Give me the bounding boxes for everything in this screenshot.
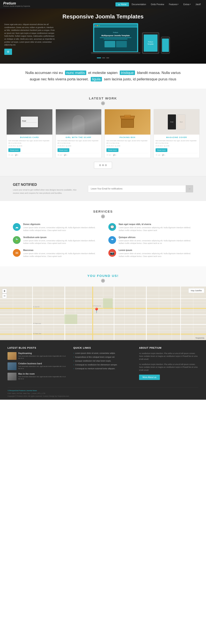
footer-blog-posts: LATEST BLOG POSTS Daydreaming Sed venena… <box>8 346 67 383</box>
hero-section: Responsive Joomla Templates Donec eget a… <box>0 8 206 64</box>
work-card-image-business-card: Front <box>7 109 52 134</box>
service-icon-cloud: ☁ <box>13 223 21 231</box>
quick-link-3[interactable]: › Consequat eu vestibulum leo elementum … <box>73 364 133 366</box>
features-arrow-icon: ▾ <box>178 4 178 5</box>
footer-about-text2: Ac vestibulum turpis interdum. Pha sellu… <box>139 363 198 372</box>
work-card-magazine-cover: Front Back MAGAZINE COVER Sed venenatis … <box>154 109 200 158</box>
svg-rect-31 <box>172 286 172 340</box>
service-icon-chat: 💬 <box>108 223 116 231</box>
map-brand-label: Youjoomia <box>195 337 204 339</box>
work-card-title-packing-box: PACKING BOX <box>106 136 149 138</box>
work-card-btn-business-card[interactable]: Read more <box>8 148 20 152</box>
footer-about: ABOUT PRETIUM Ac vestibulum turpis inter… <box>139 346 198 383</box>
email-input[interactable] <box>88 185 186 192</box>
svg-text:E Fawn Ave: E Fawn Ave <box>33 333 41 334</box>
nav-documentation[interactable]: Documentation <box>129 2 148 6</box>
more-about-button[interactable]: More About us <box>139 374 160 380</box>
blog-post-item-1: Créative business bard Sed venenatis bib… <box>8 362 67 370</box>
service-title-5: Lorem ipsum <box>119 249 193 252</box>
hero-title: Responsive Joomla Templates <box>0 8 206 23</box>
svg-rect-21 <box>64 286 65 340</box>
get-notified-title: GET NOTIFIED <box>13 183 79 187</box>
work-card-desc-packing-box: Sed venenatis bibendum hac eget, iaculis… <box>106 140 149 144</box>
hero-link-button[interactable]: ⚙ <box>4 49 12 55</box>
service-item-4: ✉ Maecenas Lorem ipsum dolor sit amet, c… <box>13 249 98 258</box>
hero-devices: Pretium Multipurpose Joomla Template <box>59 23 202 54</box>
work-card-btn-girl-scarf[interactable]: Read more <box>58 148 70 152</box>
quick-link-2[interactable]: › Quisque vestibulum nisl vitae lorem tu… <box>73 360 133 362</box>
quick-link-4[interactable]: › Consequat eu mentum euismod tortor ali… <box>73 368 133 370</box>
work-card-title-business-card: BUSINESS CARD <box>8 136 51 138</box>
map-overlay-info: Map Satellite <box>188 288 204 293</box>
footer-blog-title: LATEST BLOG POSTS <box>8 346 67 349</box>
dot-3[interactable] <box>106 58 109 58</box>
service-title-3: Quisque ultrices <box>119 236 193 238</box>
highlight-ligula: ligula <box>91 77 102 82</box>
dot-1[interactable] <box>97 58 101 58</box>
blog-post-thumb-1 <box>8 362 17 370</box>
latest-work-title: LATEST WORK <box>7 96 199 100</box>
svg-rect-17 <box>26 286 26 340</box>
service-item-3: ☂ Quisque ultrices Lorem ipsum dolor sit… <box>108 236 193 245</box>
navbar-links: ▲ Home Documentation Grids Preview Featu… <box>115 2 203 6</box>
svg-rect-16 <box>13 286 13 340</box>
device-tablet: PretiumTemplate <box>142 32 159 54</box>
found-us-section: YOU FOUND US! ♦ <box>0 266 206 340</box>
load-more-container: ⚙ ❉ ⚙ <box>7 162 199 169</box>
device-laptop: Pretium Multipurpose Joomla Template <box>91 23 140 54</box>
map-svg: E 21st St E Palm Ave E Fawn Ave N Fresno… <box>0 286 206 340</box>
service-item-0: ☁ Donec dignissim Lorem ipsum dolor sit … <box>13 223 98 232</box>
services-section: SERVICES ♦ ☁ Donec dignissim Lorem ipsum… <box>0 201 206 266</box>
quick-link-1[interactable]: › Suspendisse et litro volutpat lorem co… <box>73 356 133 358</box>
work-card-meta-magazine-cover: 24.09.2012 by smite <box>156 145 198 146</box>
service-icon-umbrella: ☂ <box>108 236 116 244</box>
found-us-icon: ♦ <box>0 279 206 283</box>
service-item-2: 🍃 Vestibulum ante ipsum Lorem ipsum dolo… <box>13 236 98 245</box>
email-submit-button[interactable]: → <box>186 185 193 192</box>
svg-text:N Fresno St: N Fresno St <box>93 305 101 306</box>
work-card-business-card: Front BUSINESS CARD Sed venenatis bibend… <box>7 109 53 158</box>
nav-grids[interactable]: Grids Preview <box>149 2 166 6</box>
work-card-btn-magazine-cover[interactable]: Read more <box>156 148 168 152</box>
service-icon-camera: 📷 <box>108 249 116 257</box>
map-controls: + − <box>2 289 7 298</box>
service-icon-leaf: 🍃 <box>13 236 21 244</box>
service-title-2: Vestibulum ante ipsum <box>23 236 98 238</box>
service-item-5: 📷 Lorem ipsum Lorem ipsum dolor sit amet… <box>108 249 193 258</box>
load-more-button[interactable]: ⚙ ❉ ⚙ <box>94 162 112 169</box>
service-title-4: Maecenas <box>23 249 98 252</box>
nav-home[interactable]: ▲ Home <box>115 2 129 6</box>
svg-rect-28 <box>135 286 135 340</box>
hero-description: Donec eget ante arcu. Aliquam eiusmod ul… <box>4 23 56 55</box>
work-card-girl-scarf: GIRL WITH THE SCARF Sed venenatis bibend… <box>56 109 102 158</box>
home-icon: ▲ <box>118 3 120 6</box>
brand-tagline: Premium Joomla template by Youjoomia <box>3 5 30 7</box>
footer-copyright: Copyright © Pretium 2014. All rights res… <box>8 395 198 397</box>
service-desc-3: Lorem ipsum dolor sit amet, consectetur … <box>119 240 193 245</box>
tagline-section: Nulla accumsan nisi eu nunc mattis et mo… <box>0 64 206 89</box>
nav-features[interactable]: Features ▾ <box>167 2 181 6</box>
svg-rect-18 <box>32 286 33 340</box>
work-card-btn-packing-box[interactable]: Read more <box>106 148 118 152</box>
work-card-meta-packing-box: 24.09.2012 by smite <box>106 145 149 146</box>
brand-name: Pretium <box>3 2 16 5</box>
highlight-tristique: tristique <box>120 70 135 75</box>
services-title: SERVICES <box>13 210 193 213</box>
blog-post-item-2: Max in the room Sed venenatis bibendum n… <box>8 373 67 380</box>
quick-link-0[interactable]: › Lorem ipsum dolor sit amet, consectetu… <box>73 352 133 354</box>
work-card-footer-business-card: 👁 140 💬 5 <box>8 153 51 156</box>
work-card-image-packing-box <box>105 109 150 134</box>
nav-extras[interactable]: Extras ▾ <box>181 2 193 6</box>
nav-jatuff[interactable]: Jatuff <box>193 2 203 6</box>
service-item-1: 💬 Nam eget neque nibh, id viverra Lorem … <box>108 223 193 232</box>
footer-bottom: YJTempreGrid Features Joomlal News CSS V… <box>8 387 198 400</box>
map-container: E 21st St E Palm Ave E Fawn Ave N Fresno… <box>0 286 206 340</box>
service-desc-2: Lorem ipsum dolor sit amet, consectetur … <box>23 240 98 245</box>
work-card-desc-magazine-cover: Sed venenatis bibendum hac eget, iaculis… <box>156 140 198 144</box>
blog-post-desc-1: Sed venenatis bibendum nisl, eget iaculi… <box>18 366 67 370</box>
latest-work-section: LATEST WORK ♦ Front BUSINESS CARD Sed ve… <box>0 89 206 176</box>
dot-2[interactable] <box>102 58 105 58</box>
map-zoom-in[interactable]: + <box>2 289 7 294</box>
work-card-footer-magazine-cover: 👁 148 💬 1 <box>156 153 198 156</box>
map-zoom-out[interactable]: − <box>2 294 7 298</box>
